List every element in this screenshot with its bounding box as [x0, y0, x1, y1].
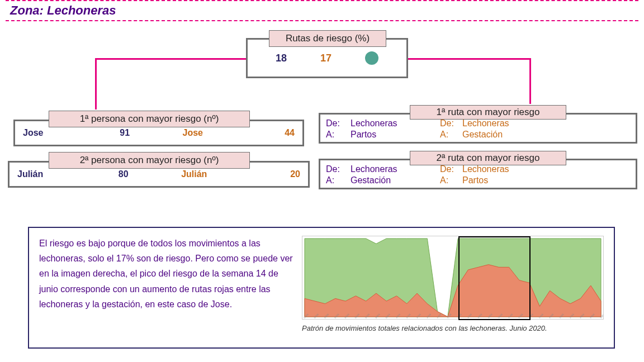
chart-side: 01/0602/0603/0604/0605/0606/0607/0608/06… — [302, 236, 604, 342]
persona2-header: 2ª persona con mayor riesgo (nº) — [49, 152, 250, 169]
persona2-name-a: Julián — [17, 169, 88, 179]
rutas-riesgo-box: Rutas de riesgo (%) 18 17 — [246, 38, 408, 78]
connector — [95, 58, 97, 109]
ruta1-header: 1ª ruta con mayor riesgo — [410, 105, 566, 120]
connector — [95, 58, 246, 60]
ruta1-left-to: Partos — [351, 130, 440, 140]
ruta1-left-from: Lechoneras — [351, 118, 440, 128]
ruta-de-label-b: De: — [440, 118, 462, 128]
rutas-riesgo-header: Rutas de riesgo (%) — [269, 30, 386, 47]
persona1-val-b: 44 — [227, 128, 295, 138]
ruta-a-label-b: A: — [440, 175, 462, 185]
persona2-val-a: 80 — [88, 169, 159, 179]
ruta-de-label: De: — [326, 164, 351, 174]
connector — [408, 58, 531, 60]
chart-caption: Patrón de movimientos totales relacionad… — [302, 324, 604, 332]
chart-svg: 01/0602/0603/0604/0605/0606/0607/0608/06… — [302, 236, 603, 319]
ruta2-left-to: Gestación — [351, 175, 440, 185]
description-text: El riesgo es bajo porque de todos los mo… — [39, 236, 302, 342]
ruta2-box: 2ª ruta con mayor riesgo De: Lechoneras … — [319, 159, 637, 189]
persona1-name-b: Jose — [159, 128, 227, 138]
ruta-a-label: A: — [326, 175, 351, 185]
persona1-val-a: 91 — [91, 128, 159, 138]
zone-title: Zona: Lechoneras — [0, 1, 644, 20]
ruta2-right-to: Partos — [462, 175, 535, 185]
connector — [529, 58, 531, 104]
ruta-de-label: De: — [326, 118, 351, 128]
ruta-a-label: A: — [326, 130, 351, 140]
ruta1-right-to: Gestación — [462, 130, 535, 140]
ruta-a-label-b: A: — [440, 130, 462, 140]
ruta1-right-from: Lechoneras — [462, 118, 535, 128]
ruta2-header: 2ª ruta con mayor riesgo — [410, 151, 566, 165]
ruta2-left-from: Lechoneras — [351, 164, 440, 174]
ruta-de-label-b: De: — [440, 164, 462, 174]
rutas-val-a: 18 — [276, 53, 287, 64]
rutas-val-b: 17 — [320, 53, 332, 64]
ruta1-box: 1ª ruta con mayor riesgo De: Lechoneras … — [319, 113, 637, 144]
persona2-name-b: Julián — [159, 169, 230, 179]
bottom-panel: El riesgo es bajo porque de todos los mo… — [28, 227, 615, 349]
persona1-name-a: Jose — [23, 128, 91, 138]
persona1-box: 1ª persona con mayor riesgo (nº) Jose 91… — [13, 120, 304, 146]
status-dot-icon — [365, 51, 378, 65]
persona2-box: 2ª persona con mayor riesgo (nº) Julián … — [8, 161, 310, 188]
persona1-header: 1ª persona con mayor riesgo (nº) — [49, 111, 250, 127]
movement-chart: 01/0602/0603/0604/0605/0606/0607/0608/06… — [302, 236, 604, 320]
ruta2-right-from: Lechoneras — [462, 164, 535, 174]
persona2-val-b: 20 — [230, 169, 301, 179]
diagram-area: Rutas de riesgo (%) 18 17 1ª persona con… — [0, 21, 644, 194]
